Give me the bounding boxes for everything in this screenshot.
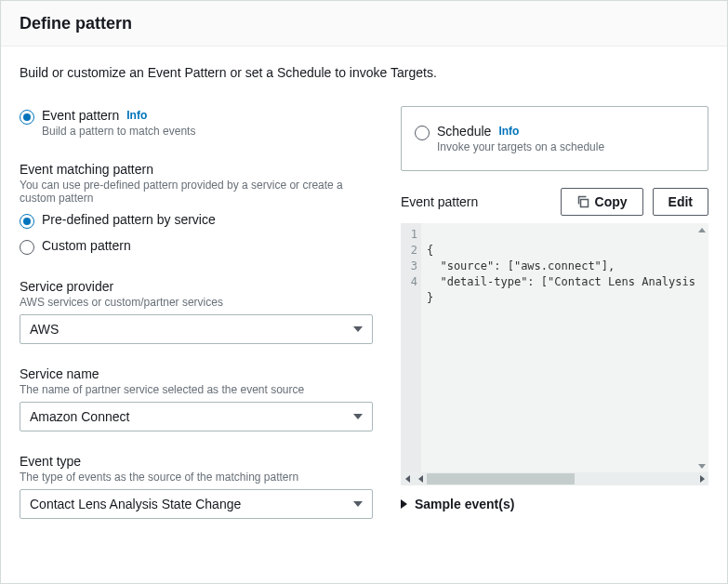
event-pattern-code: 1 2 3 4 { "source": ["aws.connect"], "de… <box>401 223 708 485</box>
code-gutter: 1 2 3 4 <box>401 223 421 472</box>
scroll-track[interactable] <box>427 472 695 485</box>
service-label: Service name <box>20 366 373 381</box>
scroll-left-icon[interactable] <box>414 472 427 485</box>
radio-predefined[interactable] <box>20 214 34 229</box>
event-type-select[interactable]: Contact Lens Analysis State Change <box>20 489 373 519</box>
provider-value: AWS <box>30 322 59 337</box>
event-type-value: Contact Lens Analysis State Change <box>30 497 241 511</box>
radio-custom[interactable] <box>20 240 34 255</box>
service-help: The name of partner service selected as … <box>20 383 373 396</box>
scroll-down-icon[interactable] <box>695 459 708 472</box>
caret-down-icon <box>353 414 363 419</box>
edit-button[interactable]: Edit <box>653 188 708 216</box>
option-event-pattern-subtitle: Build a pattern to match events <box>42 125 195 138</box>
panel-header: Define pattern <box>1 1 727 46</box>
option-custom[interactable]: Custom pattern <box>20 236 373 257</box>
copy-button-label: Copy <box>595 194 628 209</box>
event-pattern-title: Event pattern <box>401 194 478 209</box>
vertical-scrollbar[interactable] <box>695 223 708 472</box>
matching-help: You can use pre-defined pattern provided… <box>20 179 373 205</box>
sample-events-toggle[interactable]: Sample event(s) <box>401 497 708 511</box>
radio-event-pattern[interactable] <box>20 110 34 125</box>
option-event-pattern[interactable]: Event pattern Info Build a pattern to ma… <box>20 106 373 139</box>
caret-down-icon <box>353 501 363 507</box>
horizontal-scrollbar[interactable] <box>401 472 708 485</box>
panel-body: Build or customize an Event Pattern or s… <box>1 46 727 538</box>
option-schedule-subtitle: Invoke your targets on a schedule <box>437 140 604 153</box>
radio-schedule[interactable] <box>415 126 430 140</box>
option-custom-label: Custom pattern <box>42 238 131 253</box>
provider-help: AWS services or custom/partner services <box>20 296 373 309</box>
info-link-schedule[interactable]: Info <box>498 125 519 138</box>
event-type-label: Event type <box>20 454 373 469</box>
left-column: Event pattern Info Build a pattern to ma… <box>20 106 373 519</box>
right-column: Schedule Info Invoke your targets on a s… <box>401 106 708 519</box>
matching-label: Event matching pattern <box>20 162 373 177</box>
event-type-help: The type of events as the source of the … <box>20 471 373 484</box>
provider-select[interactable]: AWS <box>20 314 373 344</box>
code-content[interactable]: { "source": ["aws.connect"], "detail-typ… <box>421 223 708 472</box>
define-pattern-panel: Define pattern Build or customize an Eve… <box>0 0 728 584</box>
option-schedule[interactable]: Schedule Info Invoke your targets on a s… <box>401 106 708 171</box>
option-predefined[interactable]: Pre-defined pattern by service <box>20 210 373 231</box>
service-select[interactable]: Amazon Connect <box>20 402 373 431</box>
scroll-right-icon[interactable] <box>695 472 708 485</box>
scroll-up-icon[interactable] <box>695 223 708 236</box>
page-title: Define pattern <box>20 14 708 33</box>
provider-label: Service provider <box>20 279 373 294</box>
option-predefined-label: Pre-defined pattern by service <box>42 212 216 227</box>
caret-right-icon <box>401 497 407 511</box>
scroll-thumb[interactable] <box>427 473 575 484</box>
service-value: Amazon Connect <box>30 409 129 424</box>
caret-down-icon <box>353 326 363 332</box>
svg-rect-0 <box>580 200 588 207</box>
option-schedule-label: Schedule <box>437 124 491 139</box>
option-event-pattern-label: Event pattern <box>42 108 119 123</box>
sample-events-label: Sample event(s) <box>415 497 514 511</box>
panel-description: Build or customize an Event Pattern or s… <box>20 65 708 80</box>
info-link-event-pattern[interactable]: Info <box>126 109 147 122</box>
copy-button[interactable]: Copy <box>561 188 643 216</box>
copy-icon <box>576 195 589 208</box>
edit-button-label: Edit <box>668 194 693 209</box>
scroll-left-icon[interactable] <box>401 472 414 485</box>
